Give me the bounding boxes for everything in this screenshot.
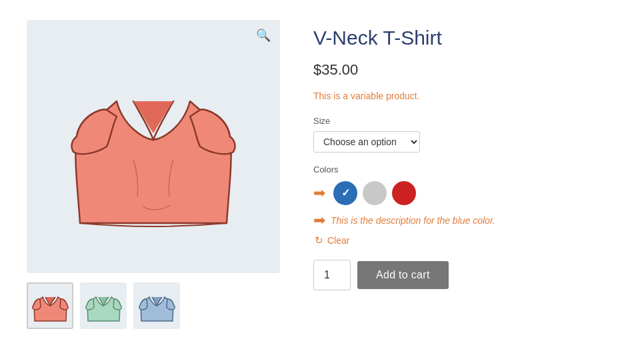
thumbnail-1[interactable] xyxy=(27,282,73,329)
colors-label: Colors xyxy=(313,165,617,175)
right-panel: V-Neck T-Shirt $35.00 This is a variable… xyxy=(313,20,617,333)
color-description-row: ➡ This is the description for the blue c… xyxy=(313,212,617,229)
selected-checkmark: ✓ xyxy=(341,188,350,198)
quantity-input[interactable] xyxy=(313,260,351,290)
product-price: $35.00 xyxy=(313,61,617,79)
main-product-image: 🔍 xyxy=(27,20,280,273)
product-title: V-Neck T-Shirt xyxy=(313,27,617,49)
color-description: This is the description for the blue col… xyxy=(331,215,495,226)
swatch-gray[interactable] xyxy=(363,181,387,205)
left-panel: 🔍 xyxy=(27,20,287,333)
size-select[interactable]: Choose an option Small Medium Large X-La… xyxy=(313,131,420,153)
zoom-icon[interactable]: 🔍 xyxy=(256,28,271,43)
add-to-cart-button[interactable]: Add to cart xyxy=(357,261,449,289)
thumbnail-3[interactable] xyxy=(133,282,180,329)
thumbnail-2[interactable] xyxy=(80,282,127,329)
swatch-blue[interactable]: ✓ xyxy=(333,181,357,205)
thumbnail-list xyxy=(27,282,287,329)
variable-note: This is a variable product. xyxy=(313,91,617,101)
reset-icon: ↻ xyxy=(315,234,323,246)
add-to-cart-row: Add to cart xyxy=(313,260,617,290)
clear-link[interactable]: Clear xyxy=(327,235,349,246)
swatch-red[interactable] xyxy=(392,181,416,205)
color-arrow-icon: ➡ xyxy=(313,184,325,202)
shirt-illustration xyxy=(67,53,240,240)
clear-row: ↻ Clear xyxy=(313,234,617,246)
color-swatches: ➡ ✓ xyxy=(313,181,617,205)
page-container: 🔍 xyxy=(0,0,644,353)
size-label: Size xyxy=(313,116,617,126)
description-arrow-icon: ➡ xyxy=(313,212,325,229)
